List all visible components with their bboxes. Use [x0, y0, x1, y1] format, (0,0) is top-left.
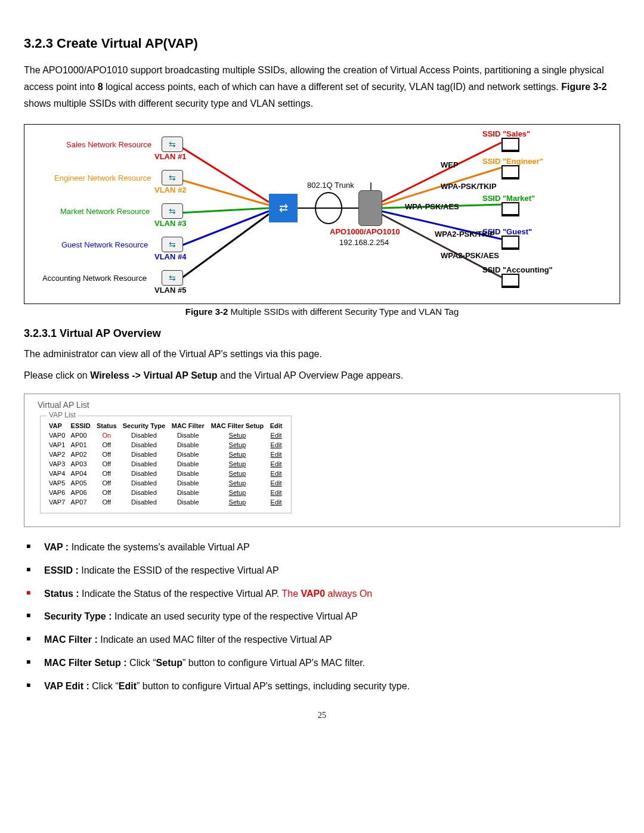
- cell-sectype: Disabled: [119, 488, 168, 497]
- vap-fieldset: VAP List VAP ESSID Status Security Type …: [40, 416, 292, 513]
- cell-status: Off: [94, 440, 119, 450]
- cell-setup[interactable]: Setup: [208, 488, 267, 497]
- laptop-icon: [501, 236, 519, 250]
- ssid-market: SSID "Market": [482, 194, 535, 203]
- cell-status: On: [94, 431, 119, 440]
- cell-setup[interactable]: Setup: [208, 459, 267, 469]
- cell-essid: AP02: [69, 450, 94, 459]
- ssid-engineer: SSID "Engineer": [482, 157, 543, 166]
- cell-edit[interactable]: Edit: [267, 440, 285, 450]
- definition-item: VAP Edit : Click “Edit” button to config…: [24, 679, 620, 694]
- laptop-icon: [501, 165, 519, 179]
- cell-setup[interactable]: Setup: [208, 497, 267, 507]
- cell-vap: VAP4: [47, 469, 69, 478]
- cell-vap: VAP2: [47, 450, 69, 459]
- figure-caption-rest: Multiple SSIDs with different Security T…: [228, 306, 459, 317]
- laptop-icon: [501, 138, 519, 152]
- ssid-sales: SSID "Sales": [482, 129, 530, 138]
- cell-sectype: Disabled: [119, 431, 168, 440]
- subsection-title: 3.2.3.1 Virtual AP Overview: [24, 327, 620, 340]
- intro-post: shows multiple SSIDs with different secu…: [24, 98, 313, 109]
- cell-macfilter: Disable: [169, 450, 208, 459]
- cell-sectype: Disabled: [119, 478, 168, 488]
- cell-macfilter: Disable: [169, 440, 208, 450]
- device-ip: 192.168.2.254: [339, 238, 389, 247]
- cell-essid: AP00: [69, 431, 94, 440]
- definition-item: ESSID : Indicate the ESSID of the respec…: [24, 563, 620, 578]
- virtual-ap-list-panel: Virtual AP List VAP List VAP ESSID Statu…: [24, 394, 620, 527]
- section-title: 3.2.3 Create Virtual AP(VAP): [24, 36, 620, 51]
- cell-sectype: Disabled: [119, 497, 168, 507]
- figure-3-2-diagram: Sales Network Resource Engineer Network …: [24, 124, 620, 304]
- res-accounting: Accounting Network Resource: [42, 274, 147, 283]
- vap-panel-title: Virtual AP List: [38, 400, 611, 410]
- vlan-5: VLAN #5: [154, 286, 186, 295]
- trunk-label: 802.1Q Trunk: [307, 181, 354, 190]
- cell-edit[interactable]: Edit: [267, 431, 285, 440]
- table-row: VAP6AP06OffDisabledDisableSetupEdit: [47, 488, 285, 497]
- cell-essid: AP06: [69, 488, 94, 497]
- cell-macfilter: Disable: [169, 497, 208, 507]
- switch-icon: ⇄: [269, 194, 298, 222]
- svg-line-1: [179, 179, 269, 205]
- intro-bold-8: 8: [98, 82, 103, 92]
- table-row: VAP2AP02OffDisabledDisableSetupEdit: [47, 450, 285, 459]
- vap-table-header-row: VAP ESSID Status Security Type MAC Filte…: [47, 421, 285, 431]
- cell-sectype: Disabled: [119, 459, 168, 469]
- cell-edit[interactable]: Edit: [267, 478, 285, 488]
- cell-edit[interactable]: Edit: [267, 450, 285, 459]
- cell-macfilter: Disable: [169, 459, 208, 469]
- subsection-p2: Please click on Wireless -> Virtual AP S…: [24, 367, 620, 384]
- col-edit: Edit: [267, 421, 285, 431]
- definition-item: VAP : Indicate the systems's available V…: [24, 540, 620, 555]
- network-icon: [162, 270, 183, 286]
- cell-essid: AP03: [69, 459, 94, 469]
- cell-essid: AP01: [69, 440, 94, 450]
- laptop-icon: [501, 274, 519, 288]
- svg-line-4: [179, 214, 269, 280]
- sec-wpapsk-tkip: WPA-PSK/TKIP: [441, 182, 497, 191]
- definition-item: Security Type : Indicate an used securit…: [24, 609, 620, 624]
- table-row: VAP7AP07OffDisabledDisableSetupEdit: [47, 497, 285, 507]
- col-essid: ESSID: [69, 421, 94, 431]
- network-icon: [162, 203, 183, 219]
- sec-wpapsk-aes: WPA-PSK/AES: [405, 202, 459, 211]
- cell-setup[interactable]: Setup: [208, 440, 267, 450]
- vlan-1: VLAN #1: [154, 152, 186, 161]
- cell-vap: VAP7: [47, 497, 69, 507]
- cell-sectype: Disabled: [119, 440, 168, 450]
- vap-fieldset-legend: VAP List: [47, 411, 78, 419]
- col-macfiltersetup: MAC Filter Setup: [208, 421, 267, 431]
- cell-setup[interactable]: Setup: [208, 450, 267, 459]
- res-guest: Guest Network Resource: [61, 240, 148, 249]
- cell-vap: VAP1: [47, 440, 69, 450]
- cell-macfilter: Disable: [169, 488, 208, 497]
- device-label: APO1000/APO1010: [330, 227, 400, 236]
- sec-wpa2-aes: WPA2-PSK/AES: [441, 251, 499, 260]
- cell-essid: AP05: [69, 478, 94, 488]
- cell-setup[interactable]: Setup: [208, 469, 267, 478]
- res-sales: Sales Network Resource: [66, 140, 151, 149]
- ssid-accounting: SSID "Accounting": [482, 265, 553, 274]
- cell-setup[interactable]: Setup: [208, 431, 267, 440]
- col-status: Status: [94, 421, 119, 431]
- cell-vap: VAP3: [47, 459, 69, 469]
- res-engineer: Engineer Network Resource: [54, 174, 151, 182]
- res-market: Market Network Resource: [60, 207, 150, 216]
- figure-caption: Figure 3-2 Multiple SSIDs with different…: [24, 306, 620, 317]
- col-sectype: Security Type: [119, 421, 168, 431]
- laptop-icon: [501, 202, 519, 216]
- cell-edit[interactable]: Edit: [267, 469, 285, 478]
- cell-edit[interactable]: Edit: [267, 459, 285, 469]
- network-icon: [162, 137, 183, 152]
- cell-vap: VAP0: [47, 431, 69, 440]
- cell-setup[interactable]: Setup: [208, 478, 267, 488]
- vap-table: VAP ESSID Status Security Type MAC Filte…: [47, 421, 285, 507]
- cell-edit[interactable]: Edit: [267, 497, 285, 507]
- table-row: VAP3AP03OffDisabledDisableSetupEdit: [47, 459, 285, 469]
- cell-macfilter: Disable: [169, 469, 208, 478]
- p2-bold: Wireless -> Virtual AP Setup: [90, 370, 217, 380]
- cell-vap: VAP6: [47, 488, 69, 497]
- cell-edit[interactable]: Edit: [267, 488, 285, 497]
- cell-status: Off: [94, 450, 119, 459]
